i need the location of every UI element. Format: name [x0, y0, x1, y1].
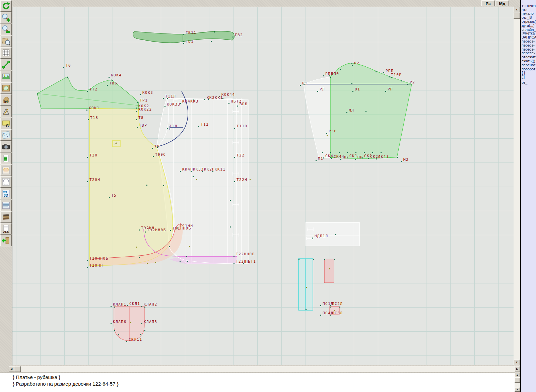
md-button[interactable]: Мд	[495, 0, 509, 6]
sleeve-piece[interactable]	[330, 63, 412, 158]
zoom-out-tool-button[interactable]	[0, 24, 12, 35]
point-marker	[136, 108, 137, 109]
point-label: ТВ6	[109, 81, 117, 85]
strip-piece-red[interactable]	[324, 259, 334, 283]
point-marker	[180, 171, 181, 172]
point-marker	[145, 232, 146, 233]
blueprint-tool-button[interactable]: 78	[0, 129, 12, 141]
command-line[interactable]: дуга(,,,)	[521, 24, 536, 28]
command-line[interactable]: отрезок(	[521, 20, 536, 24]
zoom-in-icon	[1, 13, 11, 22]
sleeve-under-piece[interactable]	[304, 77, 330, 158]
status-log: } Платье - рубашка }} Разработано на раз…	[0, 373, 515, 392]
curve-point-marker	[347, 152, 348, 153]
point-marker	[87, 267, 88, 268]
belt-strip-cyan[interactable]	[298, 259, 313, 310]
pattern-m-tool-button[interactable]: M	[0, 94, 12, 106]
threed-tool-button[interactable]: 3D	[0, 188, 12, 199]
point-label: О2	[354, 61, 359, 65]
drafting-tool-button[interactable]	[0, 106, 12, 117]
point-label: Т18	[90, 116, 98, 120]
point-label: ПР	[357, 155, 363, 159]
pattern-board-tool-button[interactable]	[0, 82, 12, 94]
point-marker	[317, 91, 318, 92]
svg-text:M: M	[4, 100, 8, 104]
point-label: ПС3Л	[332, 311, 343, 315]
vscroll-thumb[interactable]	[514, 13, 520, 19]
vscroll-down-icon[interactable]: ▼	[514, 360, 520, 365]
point-label: КОК4	[111, 73, 122, 77]
point-label: Т11Л	[165, 94, 176, 99]
hscroll-thumb[interactable]	[14, 366, 21, 372]
alg-doc-tool-button[interactable]: ALG	[0, 223, 12, 235]
garment-icon	[1, 177, 11, 187]
exit-tool-button[interactable]	[0, 235, 12, 246]
status-scroll-up-icon[interactable]: ▲	[515, 373, 520, 377]
point-label: Т22Н	[237, 178, 248, 182]
hscroll-track[interactable]	[9, 366, 515, 372]
command-line[interactable]: пересеч	[521, 40, 536, 44]
point-marker	[153, 156, 154, 157]
curve-point-marker	[322, 152, 323, 153]
curve-point-marker	[144, 330, 145, 331]
status-scroll-down-icon[interactable]: ▼	[515, 387, 520, 392]
vscroll-up-icon[interactable]: ▲	[514, 7, 520, 12]
measure-tool-button[interactable]	[0, 59, 12, 70]
command-panel[interactable]: =т:=точкаотлпекалоотл_Вотрезок(дуга(,,,)…	[520, 0, 536, 392]
point-label: КК2Н	[204, 167, 215, 172]
point-label: Т12	[201, 122, 209, 127]
point-label: Т20НН	[89, 263, 103, 268]
point-marker	[87, 157, 88, 158]
grid-tool-button[interactable]	[0, 47, 12, 59]
hscroll-left-icon[interactable]: ◀	[9, 366, 14, 372]
curve-point-marker	[230, 200, 231, 201]
image-icon	[1, 72, 11, 81]
command-line[interactable]: т:=точка	[521, 4, 536, 8]
command-line[interactable]: пересеч	[521, 44, 536, 48]
vscroll-track[interactable]	[514, 7, 520, 365]
curve-point-marker	[183, 41, 184, 42]
pattern-pieces-layer	[12, 7, 514, 365]
alg-doc-icon: ALG	[1, 224, 11, 234]
camera-tool-button[interactable]	[0, 141, 12, 152]
curve-point-marker	[187, 261, 188, 262]
point-label: КОК3	[142, 90, 153, 95]
curve-point-marker	[139, 257, 140, 258]
preview-piece-tool-button[interactable]	[0, 36, 12, 47]
point-label: Р2	[410, 80, 415, 84]
point-marker	[234, 181, 235, 182]
text-list-tool-button[interactable]	[0, 200, 12, 211]
curve-point-marker	[339, 152, 340, 153]
zoom-in-tool-button[interactable]	[0, 12, 12, 23]
point-label: СКЛ1	[129, 302, 140, 306]
status-scroll-thumb[interactable]	[515, 378, 520, 383]
yoke-piece[interactable]	[37, 77, 139, 109]
point-label: М1	[318, 156, 323, 161]
point-label: Т92НН0Б	[147, 228, 166, 232]
command-line[interactable]: сжать(()	[521, 59, 536, 63]
table-doc-tool-button[interactable]	[0, 153, 12, 164]
curve-point-marker	[186, 256, 187, 257]
drawing-canvas[interactable]: ГВ11ГВ1ГВ2Т0КОК4ТВ6ТТ2КОК3ТР1КОК2КОК22КО…	[12, 7, 514, 365]
image-tool-button[interactable]	[0, 71, 12, 82]
placket-piece[interactable]	[306, 222, 359, 246]
point-label: Т20Н	[89, 178, 100, 182]
point-marker	[331, 158, 332, 159]
command-line[interactable]: перенос	[521, 63, 536, 67]
garment-tool-button[interactable]	[0, 176, 12, 188]
top-strip: Рз Мд	[12, 0, 514, 7]
curve-point-marker	[330, 152, 331, 153]
command-line[interactable]: рз_	[521, 81, 536, 85]
rz-button[interactable]: Рз	[481, 0, 495, 6]
command-line[interactable]: [ ]	[521, 75, 536, 79]
portrait-tool-button[interactable]	[0, 165, 12, 176]
undo-tool-button[interactable]	[0, 0, 12, 12]
point-label: СК11	[378, 155, 389, 159]
hscroll-right-icon[interactable]: ▶	[515, 366, 520, 372]
point-marker	[86, 110, 87, 111]
books-tool-button[interactable]	[0, 211, 12, 223]
curve-point-marker	[334, 259, 335, 260]
fabric-g-tool-button[interactable]: G	[0, 118, 12, 129]
grain-marker	[327, 135, 328, 136]
point-marker	[383, 72, 384, 73]
